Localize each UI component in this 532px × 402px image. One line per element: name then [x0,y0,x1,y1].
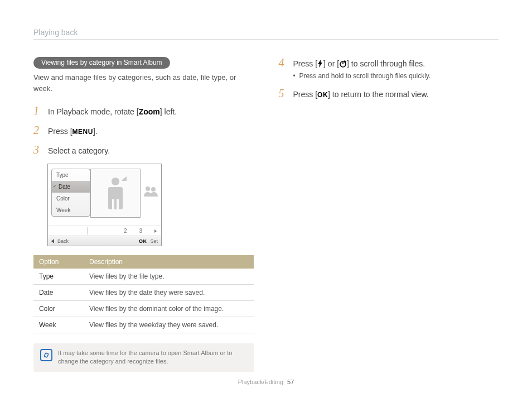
step-number: 1 [33,105,42,116]
pager-2: 2 [124,228,127,234]
opt-name: Week [33,317,84,333]
opt-name: Color [33,301,84,317]
camera-ui-mock: Type Date Color Week [47,164,162,246]
step-text: Press [] or [] to scroll through files. … [293,57,431,81]
step-text: Press [OK] to return to the normal view. [293,88,429,100]
step-5-post: ] to return to the normal view. [328,90,429,99]
menu-item-date: Date [52,181,90,193]
step-5-pre: Press [ [293,90,318,99]
opt-name: Date [33,285,84,301]
person-silhouette-icon [99,173,132,213]
zoom-token: Zoom [139,107,160,116]
step-4: 4 Press [] or [] to scroll through files… [279,57,499,81]
step-4-p0: Press [ [293,59,318,68]
note-text: It may take some time for the camera to … [58,349,247,366]
step-text: In Playback mode, rotate [Zoom] left. [48,105,177,118]
pager-3: 3 [139,228,142,234]
footer-page-number: 57 [287,379,294,385]
camera-pager: 2 3 [48,226,161,236]
step-2-post: ]. [93,127,98,136]
step-number: 2 [33,125,42,136]
step-number: 5 [279,88,288,99]
back-label: Back [57,238,69,244]
step-5: 5 Press [OK] to return to the normal vie… [279,88,499,100]
step-text: Press [MENU]. [48,125,98,137]
page-footer: Playback/Editing 57 [0,379,532,385]
ok-token: OK [317,91,328,99]
table-row: Week View files by the weekday they were… [33,317,254,333]
th-description: Description [84,255,254,269]
flash-icon [317,60,323,68]
step-1-post: ] left. [160,107,177,116]
options-table: Option Description Type View files by th… [33,255,254,333]
step-4-sub-text: Press and hold to scroll through files q… [299,72,431,80]
step-3: 3 Select a category. [33,144,254,157]
ok-icon: OK [139,238,147,244]
step-1: 1 In Playback mode, rotate [Zoom] left. [33,105,254,118]
step-4-p1: ] or [ [323,59,339,68]
opt-desc: View files by the date they were saved. [84,285,254,301]
set-label: Set [150,238,158,244]
chevron-left-icon [51,239,54,243]
menu-item-color: Color [52,193,90,204]
table-row: Color View files by the dominant color o… [33,301,254,317]
page-header: Playing back [33,28,499,40]
section-pill: Viewing files by category in Smart Album [33,57,170,69]
step-2: 2 Press [MENU]. [33,125,254,137]
right-column: 4 Press [] or [] to scroll through files… [279,57,499,372]
step-2-pre: Press [ [48,127,72,136]
note-icon [40,349,52,361]
step-text: Select a category. [48,144,110,157]
opt-desc: View files by the dominant color of the … [84,301,254,317]
step-number: 3 [33,144,42,155]
menu-token: MENU [72,128,93,136]
step-4-p2: ] to scroll through files. [347,59,425,68]
menu-item-week: Week [52,204,90,216]
people-icon [143,185,158,197]
table-row: Date View files by the date they were sa… [33,285,254,301]
menu-item-type: Type [52,169,90,181]
step-number: 4 [279,57,288,68]
table-row: Type View files by the file type. [33,269,254,285]
th-option: Option [33,255,84,269]
footer-section: Playback/Editing [238,379,283,385]
opt-desc: View files by the weekday they were save… [84,317,254,333]
camera-bottom-bar: Back OK Set [48,236,161,246]
chevron-right-icon [154,229,157,233]
photo-frame [90,169,141,218]
note-box: It may take some time for the camera to … [33,343,254,372]
category-menu: Type Date Color Week [51,169,90,217]
step-1-pre: In Playback mode, rotate [ [48,107,139,116]
opt-desc: View files by the file type. [84,269,254,285]
section-intro: View and manage files by categories, suc… [33,72,254,94]
step-4-sub: • Press and hold to scroll through files… [293,71,431,81]
timer-icon [339,60,347,68]
left-column: Viewing files by category in Smart Album… [33,57,254,372]
opt-name: Type [33,269,84,285]
